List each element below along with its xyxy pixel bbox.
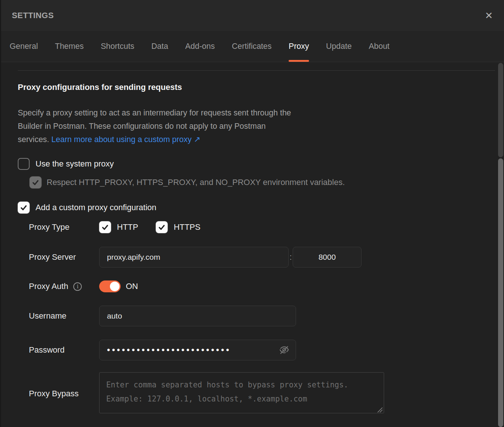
- env-vars-checkbox: [30, 176, 41, 188]
- checkmark-icon: [31, 178, 40, 186]
- content-divider: [18, 70, 495, 71]
- scrollbar-thumb[interactable]: [498, 158, 503, 427]
- proxy-auth-toggle[interactable]: [99, 280, 121, 292]
- http-checkbox[interactable]: [99, 221, 111, 233]
- close-icon[interactable]: ✕: [483, 9, 494, 22]
- proxy-auth-state: ON: [126, 282, 138, 291]
- tab-certificates[interactable]: Certificates: [232, 31, 272, 62]
- tab-themes[interactable]: Themes: [55, 31, 84, 62]
- tab-data[interactable]: Data: [151, 31, 168, 62]
- system-proxy-row: Use the system proxy: [18, 158, 504, 170]
- https-checkbox[interactable]: [156, 221, 168, 233]
- proxy-bypass-row: Proxy Bypass: [18, 372, 504, 415]
- system-proxy-checkbox[interactable]: [18, 158, 30, 170]
- proxy-type-label: Proxy Type: [29, 222, 99, 232]
- proxy-type-row: Proxy Type HTTP HTTPS: [18, 221, 504, 233]
- tab-about[interactable]: About: [369, 31, 389, 62]
- env-vars-row: Respect HTTP_PROXY, HTTPS_PROXY, and NO_…: [30, 176, 504, 188]
- checkmark-icon: [158, 223, 166, 231]
- info-icon[interactable]: i: [73, 282, 82, 291]
- proxy-auth-row: Proxy Auth i ON: [18, 280, 504, 292]
- settings-tabbar: General Themes Shortcuts Data Add-ons Ce…: [0, 31, 504, 62]
- tab-general[interactable]: General: [10, 31, 38, 62]
- modal-header: SETTINGS ✕: [0, 0, 504, 31]
- description-line-2: Builder in Postman. These configurations…: [18, 120, 504, 133]
- custom-proxy-row: Add a custom proxy configuration: [18, 202, 504, 214]
- description-line-3: services. Learn more about using a custo…: [18, 133, 504, 146]
- proxy-port-input[interactable]: [293, 247, 362, 268]
- password-field-wrapper: [99, 340, 296, 360]
- resize-handle-icon[interactable]: [377, 407, 383, 413]
- https-label: HTTPS: [174, 222, 200, 232]
- system-proxy-label: Use the system proxy: [36, 159, 114, 169]
- checkmark-icon: [20, 204, 28, 212]
- https-option: HTTPS: [156, 221, 200, 233]
- env-vars-label: Respect HTTP_PROXY, HTTPS_PROXY, and NO_…: [47, 178, 345, 187]
- http-option: HTTP: [99, 221, 138, 233]
- custom-proxy-checkbox[interactable]: [18, 202, 30, 214]
- toggle-knob: [110, 282, 120, 291]
- username-label: Username: [29, 311, 99, 321]
- description-line-1: Specify a proxy setting to act as an int…: [18, 106, 504, 120]
- eye-off-icon[interactable]: [278, 344, 290, 356]
- password-label: Password: [29, 345, 99, 355]
- proxy-server-row: Proxy Server :: [18, 247, 504, 268]
- host-port-separator: :: [289, 252, 293, 262]
- window-left-edge: [0, 0, 1, 427]
- tab-shortcuts[interactable]: Shortcuts: [101, 31, 134, 62]
- section-description: Specify a proxy setting to act as an int…: [18, 106, 504, 146]
- scrollbar-track[interactable]: [498, 63, 503, 157]
- tab-add-ons[interactable]: Add-ons: [185, 31, 215, 62]
- proxy-auth-label: Proxy Auth i: [29, 282, 99, 291]
- tab-update[interactable]: Update: [326, 31, 352, 62]
- username-input[interactable]: [99, 306, 296, 326]
- proxy-host-input[interactable]: [99, 247, 289, 268]
- settings-modal: SETTINGS ✕ General Themes Shortcuts Data…: [0, 0, 504, 427]
- checkmark-icon: [101, 223, 109, 231]
- proxy-bypass-label: Proxy Bypass: [29, 389, 99, 399]
- tab-proxy[interactable]: Proxy: [289, 31, 309, 62]
- proxy-bypass-wrapper: [99, 372, 384, 415]
- username-row: Username: [18, 306, 504, 326]
- password-input[interactable]: [99, 340, 296, 360]
- http-label: HTTP: [117, 222, 138, 232]
- learn-more-link[interactable]: Learn more about using a custom proxy ↗: [51, 135, 201, 144]
- modal-title: SETTINGS: [12, 11, 54, 20]
- proxy-settings-panel: Proxy configurations for sending request…: [0, 70, 504, 415]
- section-heading: Proxy configurations for sending request…: [18, 83, 504, 92]
- password-row: Password: [18, 340, 504, 360]
- custom-proxy-label: Add a custom proxy configuration: [36, 203, 157, 212]
- proxy-server-label: Proxy Server: [29, 252, 99, 262]
- proxy-bypass-textarea[interactable]: [99, 372, 384, 413]
